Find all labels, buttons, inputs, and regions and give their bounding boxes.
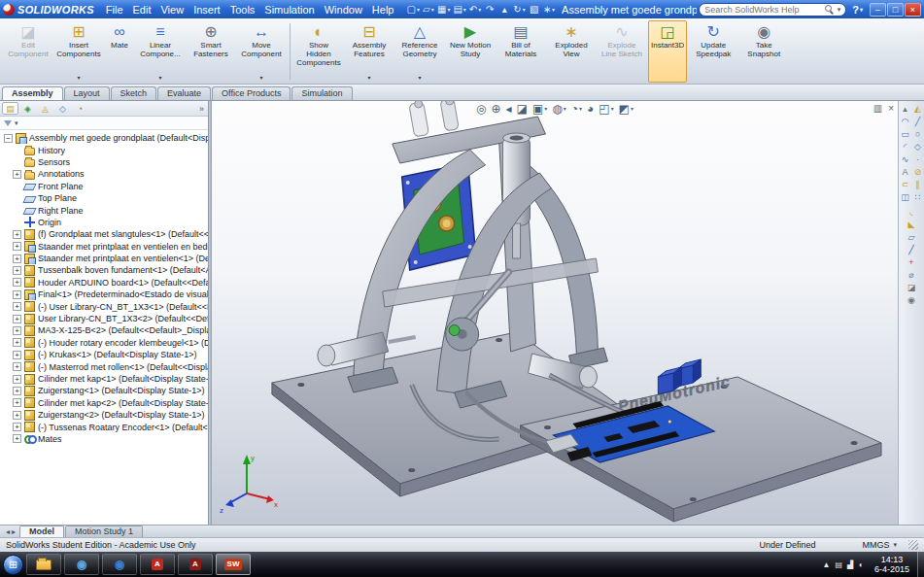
help-button[interactable]: ?▾ — [848, 4, 867, 16]
coordinate-system-icon[interactable]: + — [906, 256, 917, 268]
tree-item-sensors[interactable]: Sensors — [2, 156, 208, 168]
close-button[interactable]: × — [905, 3, 921, 17]
tree-item-tussenas-roatary-e[interactable]: +(-) Tussenas Roatary Encoder<1> (Defaul… — [2, 421, 208, 432]
expand-icon[interactable]: + — [13, 290, 21, 299]
expand-icon[interactable]: + — [13, 326, 21, 335]
expand-icon[interactable]: + — [13, 255, 21, 263]
tree-item-houder-arduino-board-1[interactable]: +Houder ARDUINO board<1> (Default<<Defau… — [2, 277, 208, 288]
open-document-icon[interactable]: ▱▾ — [422, 2, 435, 17]
tab-simulation[interactable]: Simulation — [291, 86, 352, 100]
redo-icon[interactable]: ↷ — [483, 2, 496, 17]
smart-fasteners-button[interactable]: ⊕Smart Fasteners — [187, 20, 235, 83]
expand-icon[interactable]: + — [13, 230, 21, 239]
bill-of-materials-button[interactable]: ▤Bill of Materials — [496, 20, 545, 83]
tree-item-krukas-1-default[interactable]: +(-) Krukas<1> (Default<Display State-1>… — [2, 349, 208, 360]
select-icon[interactable]: ▴ — [900, 103, 911, 115]
file-properties-icon[interactable]: ▧ — [528, 2, 541, 17]
expand-icon[interactable]: + — [13, 411, 21, 420]
search-icon[interactable] — [825, 5, 835, 15]
tree-item-user-library-cn-bt-1x3[interactable]: +User Library-CN_BT_1X3<2> (Default<<Def… — [2, 313, 208, 324]
tree-item-right-plane[interactable]: Right Plane — [2, 204, 208, 216]
measure-icon[interactable]: ⌀ — [906, 269, 917, 281]
spline-icon[interactable]: ∿ — [900, 153, 911, 165]
tree-item-mates[interactable]: +Mates — [2, 433, 208, 445]
update-speedpak-button[interactable]: ↻Update Speedpak — [689, 20, 737, 83]
instant3d-button[interactable]: ◲Instant3D — [648, 20, 687, 83]
options-icon[interactable]: ∗▾ — [542, 2, 556, 17]
expand-icon[interactable]: + — [13, 170, 21, 179]
network-icon[interactable]: ▟ — [847, 560, 853, 569]
expand-icon[interactable]: + — [13, 398, 21, 407]
expand-icon[interactable]: + — [13, 351, 21, 359]
menu-edit[interactable]: Edit — [128, 3, 156, 17]
apply-scene-icon[interactable]: ◰▾ — [599, 102, 613, 116]
tab-sketch[interactable]: Sketch — [111, 86, 157, 100]
tree-item-f-grondplaat-met-sla[interactable]: +(f) Grondplaat met slangtules<1> (Defau… — [2, 228, 208, 240]
tree-item-houder-rotary-enco[interactable]: +(-) Houder rotary encoder klembeugel<1>… — [2, 337, 208, 349]
linear-component-pattern-button[interactable]: ≡Linear Compone...▾ — [136, 20, 185, 83]
expand-icon[interactable]: + — [13, 266, 21, 275]
section-view-icon[interactable]: ◪ — [517, 102, 528, 116]
new-document-icon[interactable]: ▢▾ — [405, 2, 420, 17]
trim-icon[interactable]: ⊘ — [912, 166, 924, 178]
show-hidden-icons-icon[interactable]: ▲ — [822, 560, 830, 569]
expand-icon[interactable]: + — [13, 302, 21, 311]
take-snapshot-button[interactable]: ◉Take Snapshot — [739, 20, 788, 83]
tree-item-cilinder-met-kap-1-d[interactable]: +Cilinder met kap<1> (Default<Display St… — [2, 373, 208, 385]
tree-item-user-library-cn-bt[interactable]: +(-) User Library-CN_BT_1X3<1> (Default<… — [2, 300, 208, 312]
view-orientation-icon[interactable]: ▣▾ — [532, 102, 547, 116]
axis-icon[interactable]: ╱ — [906, 244, 917, 255]
expand-icon[interactable]: + — [13, 434, 21, 443]
volume-icon[interactable]: ◖ — [858, 560, 863, 569]
propertymanager-tab[interactable]: ◈ — [19, 102, 36, 115]
tree-item-assembly-met-goede-gro[interactable]: −Assembly met goede grondplaat (Default<… — [2, 132, 208, 144]
show-desktop-button[interactable] — [917, 552, 924, 577]
point-icon[interactable]: · — [912, 153, 924, 165]
taskbar-clock[interactable]: 14:13 6-4-2015 — [870, 555, 914, 575]
menu-help[interactable]: Help — [367, 3, 399, 17]
configurationmanager-tab[interactable]: ◬ — [37, 102, 53, 115]
maximize-button[interactable]: □ — [887, 3, 904, 17]
close-pane-icon[interactable]: × — [888, 103, 894, 114]
expand-icon[interactable]: + — [13, 375, 21, 384]
windows-explorer-taskbar-button[interactable] — [26, 554, 61, 575]
line-icon[interactable]: ╱ — [912, 116, 924, 127]
hide-show-items-icon[interactable]: ◔▾ — [571, 102, 582, 116]
zoom-to-fit-icon[interactable]: ◎ — [476, 102, 486, 116]
expand-icon[interactable]: + — [13, 278, 21, 287]
menu-view[interactable]: View — [155, 3, 188, 17]
adobe-reader-taskbar-button[interactable]: A — [140, 554, 175, 575]
print-icon[interactable]: ▤▾ — [452, 2, 466, 17]
menu-simulation[interactable]: Simulation — [259, 3, 319, 17]
tree-item-zuigerstang-2-defaul[interactable]: +Zuigerstang<2> (Default<Display State-1… — [2, 409, 208, 421]
displaymanager-tab[interactable]: ◔ — [72, 102, 88, 115]
document-tab-motion-study-1[interactable]: Motion Study 1 — [65, 526, 143, 537]
tree-item-staander-met-printplaa[interactable]: +Staander met printplaat en ventielen<1>… — [2, 253, 208, 264]
tab-assembly[interactable]: Assembly — [2, 86, 63, 100]
tree-item-history[interactable]: History — [2, 144, 208, 155]
dimxpertmanager-tab[interactable]: ◇ — [54, 102, 71, 115]
arc-icon[interactable]: ◜ — [900, 141, 911, 153]
assembly-features-button[interactable]: ⊟Assembly Features▾ — [345, 20, 394, 83]
tree-item-masterrod-met-roll[interactable]: +(-) Masterrod met rollen<1> (Default<<D… — [2, 360, 208, 372]
filter-icon[interactable] — [4, 120, 12, 126]
tree-item-zuigerstang-1-defaul[interactable]: +Zuigerstang<1> (Default<Display State-1… — [2, 385, 208, 396]
previous-view-icon[interactable]: ◂ — [506, 102, 512, 116]
expand-icon[interactable]: + — [13, 315, 21, 323]
expand-icon[interactable]: + — [13, 242, 21, 251]
expand-icon[interactable]: + — [13, 387, 21, 395]
tree-item-origin[interactable]: Origin — [2, 217, 208, 228]
view-settings-icon[interactable]: ◩▾ — [619, 102, 633, 116]
text-icon[interactable]: A — [900, 166, 911, 178]
save-icon[interactable]: ▦▾ — [436, 2, 451, 17]
show-hidden-components-button[interactable]: ◐Show Hidden Components — [294, 20, 343, 83]
zoom-to-area-icon[interactable]: ⊕ — [491, 102, 500, 116]
mate-button[interactable]: ∞Mate — [105, 20, 134, 83]
document-tab-model[interactable]: Model — [19, 526, 64, 537]
featuremanager-tab[interactable]: ▤ — [2, 102, 18, 115]
edit-appearance-icon[interactable]: ◕ — [587, 102, 594, 116]
rectangle-icon[interactable]: ▭ — [900, 128, 911, 140]
tree-item-top-plane[interactable]: Top Plane — [2, 192, 208, 204]
tree-item-final-1-predetermina[interactable]: +Final<1> (Predeterminado<Estado de visu… — [2, 288, 208, 300]
tab-scroll-left-icon[interactable]: ◂ — [6, 527, 10, 536]
